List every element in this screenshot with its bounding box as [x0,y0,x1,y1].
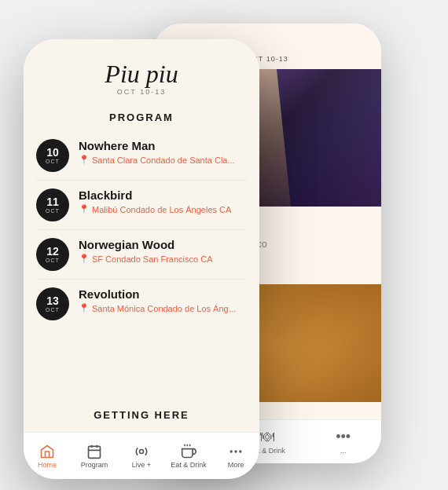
svg-point-3 [234,450,237,452]
event-date-month-3: OCT [46,258,60,263]
event-details-4: Revolution 📍 Santa Mónica Condado de Los… [79,287,247,313]
back-nav-more[interactable]: ••• ... [305,429,381,455]
nav-live[interactable]: Live + [118,444,165,469]
event-date-month-4: OCT [46,307,60,313]
event-item-2[interactable]: 11 OCT Blackbird 📍 Malibú Condado de Los… [36,181,247,230]
pin-icon-1: 📍 [79,155,90,165]
back-more-icon: ••• [336,429,351,445]
event-item-1[interactable]: 10 OCT Nowhere Man 📍 Santa Clara Condado… [36,131,247,181]
pin-icon-4: 📍 [79,303,90,313]
nav-program[interactable]: Program [71,444,118,469]
svg-point-4 [239,450,241,452]
phone-front: Piu piu OCT 10-13 PROGRAM 10 OCT Nowhere… [24,39,259,479]
pin-icon-3: 📍 [79,254,90,264]
nav-live-label: Live + [132,461,151,469]
event-location-text-4: Santa Mónica Condado de Los Áng... [92,304,236,313]
nav-eat[interactable]: Eat & Drink [165,444,212,469]
event-date-circle-3: 12 OCT [36,238,69,271]
event-location-2: 📍 Malibú Condado de Los Ángeles CA [79,204,247,214]
event-name-3: Norwegian Wood [79,238,247,251]
back-more-label: ... [340,447,347,455]
nav-eat-label: Eat & Drink [171,461,207,469]
event-date-circle-1: 10 OCT [36,139,69,172]
event-location-1: 📍 Santa Clara Condado de Santa Cla... [79,155,247,165]
nav-more-label: More [228,461,244,469]
event-name-4: Revolution [79,287,247,301]
back-eat-icon: 🍽 [260,429,274,445]
event-item-4[interactable]: 13 OCT Revolution 📍 Santa Mónica Condado… [36,280,247,328]
front-logo: Piu piu [39,61,244,86]
event-date-month-1: OCT [46,159,60,164]
event-date-circle-2: 11 OCT [36,188,69,221]
event-date-num-2: 11 [46,196,59,207]
event-date-num-1: 10 [46,147,59,158]
event-location-4: 📍 Santa Mónica Condado de Los Áng... [79,303,247,313]
svg-point-2 [230,450,233,452]
event-name-1: Nowhere Man [79,139,247,152]
event-location-text-2: Malibú Condado de Los Ángeles CA [92,205,231,214]
svg-point-1 [140,449,144,453]
event-location-text-3: SF Condado San Francisco CA [92,254,212,264]
event-item-3[interactable]: 12 OCT Norwegian Wood 📍 SF Condado San F… [36,230,247,280]
scene: Piu piu OCT 10-13 egian Wood Condado San… [0,0,448,490]
event-date-num-3: 12 [46,246,59,257]
event-details-3: Norwegian Wood 📍 SF Condado San Francisc… [79,238,247,264]
event-date-month-2: OCT [46,208,60,214]
calendar-icon [86,444,102,459]
live-icon [134,444,149,459]
event-date-circle-4: 13 OCT [36,287,69,320]
nav-program-label: Program [81,461,108,469]
front-header: Piu piu OCT 10-13 [24,39,259,108]
event-date-num-4: 13 [46,295,59,306]
front-dates: OCT 10-13 [39,88,244,96]
event-name-2: Blackbird [79,188,247,202]
svg-rect-0 [89,446,101,458]
eat-drink-icon [181,444,196,459]
nav-home[interactable]: Home [24,444,71,469]
more-icon [228,444,244,459]
program-title: PROGRAM [24,112,259,123]
nav-home-label: Home [38,461,57,469]
event-location-text-1: Santa Clara Condado de Santa Cla... [92,155,235,165]
event-list: 10 OCT Nowhere Man 📍 Santa Clara Condado… [24,131,259,398]
event-details-1: Nowhere Man 📍 Santa Clara Condado de San… [79,139,247,165]
event-location-3: 📍 SF Condado San Francisco CA [79,254,247,264]
nav-more[interactable]: More [212,444,259,469]
getting-here-title: GETTING HERE [39,409,244,421]
bottom-nav: Home Program Live + [24,432,259,479]
event-details-2: Blackbird 📍 Malibú Condado de Los Ángele… [79,188,247,214]
pin-icon-2: 📍 [79,204,90,214]
home-icon [39,444,55,459]
getting-here-section: GETTING HERE [24,398,259,432]
